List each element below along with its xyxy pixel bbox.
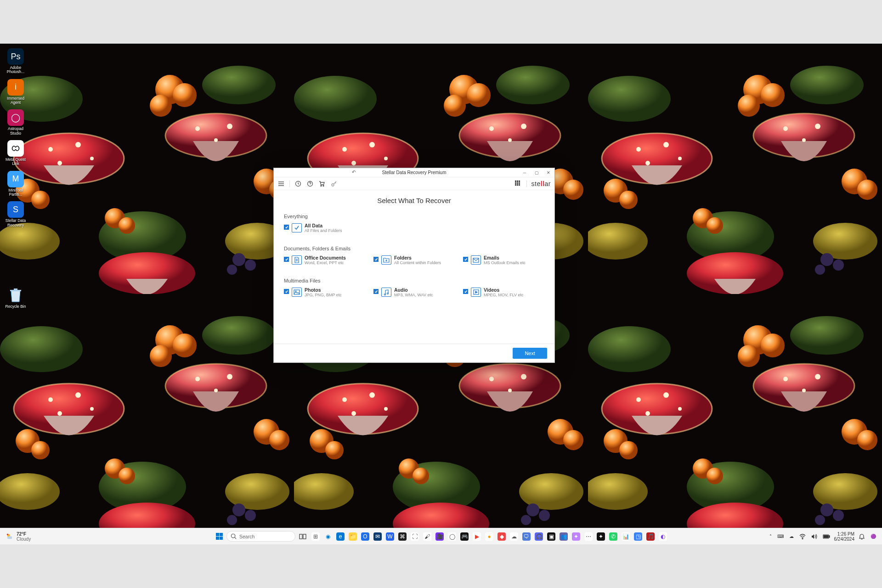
tray-chevron-icon[interactable]: ˄ [768, 533, 773, 540]
pinned-app-5[interactable]: ✉ [372, 531, 383, 542]
help-icon[interactable] [306, 180, 314, 187]
letterbox-top [0, 0, 882, 44]
svg-rect-50 [829, 536, 830, 537]
checkbox-all-data[interactable] [284, 225, 289, 230]
pinned-app-1[interactable]: ◉ [322, 531, 334, 542]
checkbox-emails[interactable] [463, 257, 468, 262]
svg-point-35 [332, 184, 334, 186]
pinned-app-3[interactable]: 📁 [347, 531, 358, 542]
all-data-icon [292, 223, 302, 232]
desktop-icon-minitool[interactable]: MMiniTool Partiti... [3, 171, 28, 197]
pinned-app-20[interactable]: 👥 [558, 531, 569, 542]
tray-wifi-icon[interactable] [798, 533, 807, 540]
pinned-app-8[interactable]: ⛶ [409, 531, 420, 542]
pinned-app-7[interactable]: ⌘ [397, 531, 408, 542]
tray-keyboard-icon[interactable]: ⌨ [776, 533, 785, 540]
checkbox-folders[interactable] [373, 257, 379, 262]
desktop-icons: PsAdobe Photosh... iImmersed Agent ◯Astr… [3, 48, 28, 309]
page-title: Select What To Recover [284, 197, 544, 204]
document-icon [292, 255, 302, 265]
minimize-button[interactable]: ─ [519, 168, 531, 177]
tray-volume-icon[interactable] [810, 533, 819, 540]
pinned-app-12[interactable]: 🎮 [459, 531, 470, 542]
taskbar-search[interactable]: Search [226, 531, 295, 542]
desktop-icon-immersed[interactable]: iImmersed Agent [3, 79, 28, 105]
taskbar-pinned: ⊞◉e📁O✉W⌘⛶🖌🎥◯🎮▶●◆☁🗨🎧▣👥✦⋯✦✆📊◳🎵◐ [310, 531, 668, 542]
section-docs: Documents, Folders & Emails [284, 246, 544, 251]
pinned-app-17[interactable]: 🗨 [521, 531, 532, 542]
taskbar-center: Search ⊞◉e📁O✉W⌘⛶🖌🎥◯🎮▶●◆☁🗨🎧▣👥✦⋯✦✆📊◳🎵◐ [214, 531, 668, 542]
tray-copilot-icon[interactable]: 🟣 [869, 533, 877, 540]
section-multimedia: Multimedia Files [284, 278, 544, 283]
pinned-app-24[interactable]: ✆ [608, 531, 619, 542]
pinned-app-19[interactable]: ▣ [546, 531, 557, 542]
pinned-app-2[interactable]: e [335, 531, 346, 542]
checkbox-photos[interactable] [284, 289, 289, 294]
brand-logo: stellar [531, 180, 551, 187]
tray-battery-icon[interactable] [821, 533, 831, 540]
svg-point-43 [7, 533, 8, 535]
pinned-app-14[interactable]: ● [484, 531, 495, 542]
titlebar[interactable]: ↶ Stellar Data Recovery Premium ─ ▢ ✕ [274, 168, 554, 177]
content: Select What To Recover Everything All Da… [274, 190, 554, 344]
svg-point-33 [321, 185, 322, 186]
weather-icon [6, 532, 14, 541]
close-button[interactable]: ✕ [543, 168, 554, 177]
svg-point-40 [387, 293, 389, 294]
option-audio[interactable]: AudioMP3, WMA, WAV etc [373, 287, 455, 297]
svg-point-38 [295, 291, 296, 292]
pinned-app-26[interactable]: ◳ [633, 531, 644, 542]
checkbox-videos[interactable] [463, 289, 468, 294]
desktop-icon-stellar[interactable]: SStellar Data Recovery [3, 201, 28, 227]
tray-notifications-icon[interactable] [857, 532, 866, 541]
desktop-icon-photoshop[interactable]: PsAdobe Photosh... [3, 48, 28, 74]
taskbar-weather[interactable]: 72°FCloudy [0, 531, 36, 542]
pinned-app-15[interactable]: ◆ [496, 531, 507, 542]
photo-icon [292, 288, 302, 297]
pinned-app-23[interactable]: ✦ [595, 531, 606, 542]
desktop-icon-recycle-bin[interactable]: Recycle Bin [3, 287, 28, 309]
pinned-app-9[interactable]: 🖌 [422, 531, 433, 542]
desktop[interactable]: PsAdobe Photosh... iImmersed Agent ◯Astr… [0, 44, 882, 544]
taskbar-clock[interactable]: 1:26 PM6/24/2024 [834, 531, 855, 542]
svg-point-39 [384, 294, 386, 295]
option-folders[interactable]: FoldersAll Content within Folders [373, 255, 455, 265]
desktop-icon-astropad[interactable]: ◯Astropad Studio [3, 109, 28, 136]
pinned-app-13[interactable]: ▶ [471, 531, 482, 542]
pinned-app-22[interactable]: ⋯ [583, 531, 594, 542]
pinned-app-21[interactable]: ✦ [571, 531, 582, 542]
pinned-app-27[interactable]: 🎵 [645, 531, 656, 542]
pinned-app-6[interactable]: W [384, 531, 396, 542]
option-all-data[interactable]: All DataAll Files and Folders [284, 223, 365, 233]
pinned-app-16[interactable]: ☁ [509, 531, 520, 542]
taskbar: 72°FCloudy Search ⊞◉e📁O✉W⌘⛶🖌🎥◯🎮▶●◆☁🗨🎧▣👥✦… [0, 528, 882, 544]
apps-grid-icon[interactable] [514, 180, 522, 187]
option-emails[interactable]: EmailsMS Outlook Emails etc [463, 255, 544, 265]
email-icon [471, 255, 481, 265]
pinned-app-28[interactable]: ◐ [657, 531, 668, 542]
history-icon[interactable] [294, 180, 302, 187]
key-icon[interactable] [330, 180, 338, 187]
pinned-app-10[interactable]: 🎥 [434, 531, 445, 542]
pinned-app-4[interactable]: O [360, 531, 371, 542]
next-button[interactable]: Next [513, 348, 547, 359]
pinned-app-0[interactable]: ⊞ [310, 531, 321, 542]
pinned-app-25[interactable]: 📊 [620, 531, 631, 542]
menu-icon[interactable] [277, 180, 285, 187]
option-videos[interactable]: VideosMPEG, MOV, FLV etc [463, 287, 544, 297]
checkbox-office[interactable] [284, 257, 289, 262]
option-photos[interactable]: PhotosJPG, PNG, BMP etc [284, 287, 365, 297]
option-office-documents[interactable]: Office DocumentsWord, Excel, PPT etc [284, 255, 365, 265]
back-icon[interactable]: ↶ [352, 170, 356, 175]
task-view-button[interactable] [297, 531, 308, 542]
pinned-app-18[interactable]: 🎧 [533, 531, 544, 542]
section-everything: Everything [284, 214, 544, 219]
start-button[interactable] [214, 531, 225, 542]
search-icon [231, 533, 237, 539]
checkbox-audio[interactable] [373, 289, 379, 294]
pinned-app-11[interactable]: ◯ [447, 531, 458, 542]
tray-onedrive-icon[interactable]: ☁ [788, 533, 795, 540]
desktop-icon-metaquest[interactable]: Meta Quest Link [3, 140, 28, 166]
cart-icon[interactable] [318, 180, 326, 187]
maximize-button[interactable]: ▢ [531, 168, 543, 177]
